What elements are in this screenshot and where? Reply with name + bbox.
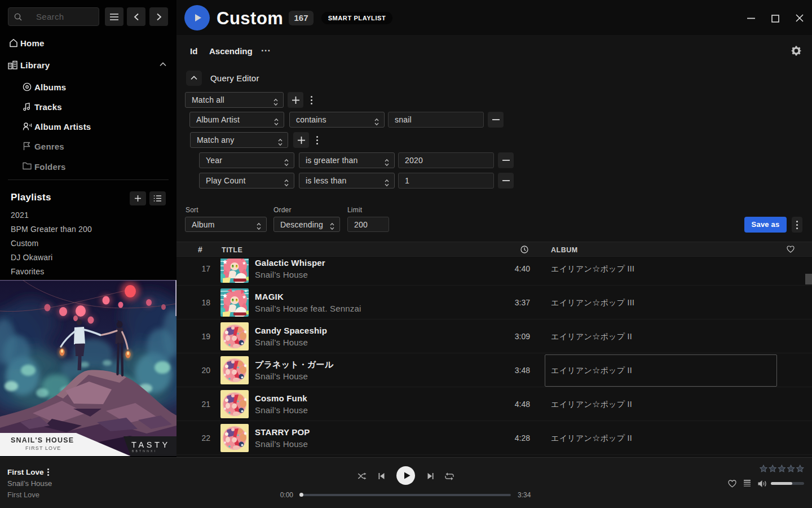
svg-text:TASTY: TASTY — [131, 440, 170, 449]
svg-text:FIRST LOVE: FIRST LOVE — [25, 445, 61, 451]
svg-text:BBTNNXI: BBTNNXI — [132, 449, 157, 453]
svg-text:SNAIL'S HOUSE: SNAIL'S HOUSE — [11, 436, 74, 444]
